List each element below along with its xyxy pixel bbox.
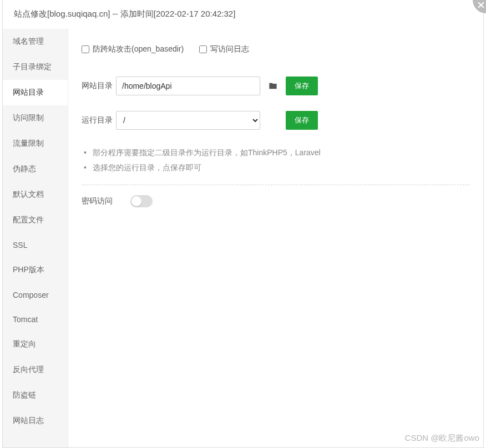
open-basedir-label: 防跨站攻击(open_basedir) <box>93 44 184 54</box>
sidebar-item-ssl[interactable]: SSL <box>3 233 68 257</box>
hint-list: 部分程序需要指定二级目录作为运行目录，如ThinkPHP5，Laravel 选择… <box>82 145 470 185</box>
password-access-toggle[interactable] <box>130 195 153 207</box>
sidebar-item-label: 重定向 <box>13 339 36 348</box>
sidebar-item-subdir[interactable]: 子目录绑定 <box>3 54 68 80</box>
run-dir-select[interactable]: / <box>116 111 260 130</box>
sidebar-item-label: 反向代理 <box>13 365 44 374</box>
sidebar-item-label: PHP版本 <box>13 265 44 274</box>
folder-icon[interactable] <box>268 82 278 90</box>
run-dir-label: 运行目录 <box>82 115 116 125</box>
sidebar-item-label: 防盗链 <box>13 390 36 399</box>
sidebar-item-label: SSL <box>13 241 27 250</box>
save-run-dir-button[interactable]: 保存 <box>286 111 318 130</box>
sidebar-item-antileech[interactable]: 防盗链 <box>3 383 68 408</box>
sidebar-item-composer[interactable]: Composer <box>3 283 68 307</box>
sidebar-item-label: Tomcat <box>13 315 38 324</box>
close-icon <box>478 1 484 10</box>
sidebar-item-redirect[interactable]: 重定向 <box>3 332 68 357</box>
sidebar-item-label: 伪静态 <box>13 164 36 173</box>
sidebar-item-site-dir[interactable]: 网站目录 <box>3 80 68 105</box>
dialog-title: 站点修改[blog.suqiqaq.cn] -- 添加时间[2022-02-17… <box>3 0 483 29</box>
sidebar-item-traffic-limit[interactable]: 流量限制 <box>3 131 68 156</box>
sidebar-item-label: 域名管理 <box>13 37 44 45</box>
sidebar-item-config-file[interactable]: 配置文件 <box>3 207 68 233</box>
open-basedir-checkbox-group[interactable]: 防跨站攻击(open_basedir) <box>82 44 184 54</box>
access-log-checkbox-group[interactable]: 写访问日志 <box>199 44 249 54</box>
hint-item: 部分程序需要指定二级目录作为运行目录，如ThinkPHP5，Laravel <box>82 145 470 160</box>
open-basedir-checkbox[interactable] <box>82 45 89 53</box>
sidebar-item-pseudo-static[interactable]: 伪静态 <box>3 156 68 182</box>
access-log-checkbox[interactable] <box>199 45 207 53</box>
site-dir-input[interactable] <box>116 77 260 95</box>
hint-item: 选择您的运行目录，点保存即可 <box>82 160 470 175</box>
sidebar-item-label: 默认文档 <box>13 190 44 198</box>
sidebar-item-domain[interactable]: 域名管理 <box>3 29 68 54</box>
sidebar-item-site-log[interactable]: 网站日志 <box>3 408 68 434</box>
sidebar-item-reverse-proxy[interactable]: 反向代理 <box>3 357 68 383</box>
sidebar-item-label: 子目录绑定 <box>13 62 52 71</box>
checkbox-row: 防跨站攻击(open_basedir) 写访问日志 <box>82 44 470 54</box>
password-access-row: 密码访问 <box>82 195 470 207</box>
site-dir-row: 网站目录 保存 <box>82 77 470 95</box>
content-panel: 防跨站攻击(open_basedir) 写访问日志 网站目录 保存 运行目录 / <box>68 29 483 447</box>
sidebar-item-label: 配置文件 <box>13 215 44 224</box>
dialog-body: 域名管理 子目录绑定 网站目录 访问限制 流量限制 伪静态 默认文档 配置文件 … <box>3 29 483 447</box>
sidebar-item-label: 访问限制 <box>13 113 44 122</box>
sidebar-item-tomcat[interactable]: Tomcat <box>3 307 68 332</box>
run-dir-row: 运行目录 / 保存 <box>82 111 470 130</box>
sidebar-item-label: 网站目录 <box>13 88 44 96</box>
site-dir-label: 网站目录 <box>82 81 116 91</box>
sidebar-item-php-version[interactable]: PHP版本 <box>3 257 68 283</box>
dialog: 站点修改[blog.suqiqaq.cn] -- 添加时间[2022-02-17… <box>2 0 484 448</box>
sidebar-item-default-doc[interactable]: 默认文档 <box>3 182 68 207</box>
toggle-knob <box>131 196 141 206</box>
sidebar-item-access-limit[interactable]: 访问限制 <box>3 105 68 131</box>
password-access-label: 密码访问 <box>82 196 113 206</box>
sidebar-item-label: 流量限制 <box>13 139 44 147</box>
save-site-dir-button[interactable]: 保存 <box>286 77 318 95</box>
sidebar: 域名管理 子目录绑定 网站目录 访问限制 流量限制 伪静态 默认文档 配置文件 … <box>3 29 68 447</box>
sidebar-item-label: 网站日志 <box>13 416 44 425</box>
access-log-label: 写访问日志 <box>210 44 249 54</box>
sidebar-item-label: Composer <box>13 291 49 299</box>
